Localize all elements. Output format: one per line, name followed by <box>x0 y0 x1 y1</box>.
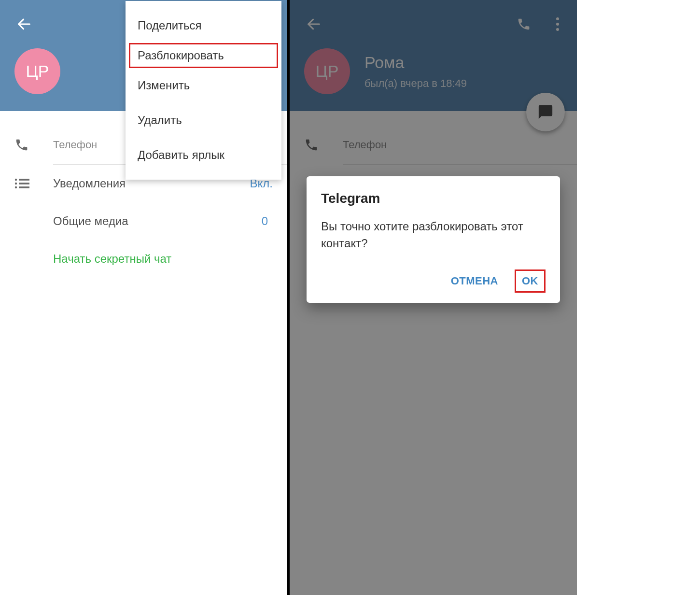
svg-rect-6 <box>19 186 29 188</box>
svg-rect-4 <box>19 183 29 184</box>
start-secret-chat[interactable]: Начать секретный чат <box>0 240 287 278</box>
shared-media-row[interactable]: Общие медиа 0 <box>0 202 287 240</box>
shared-media-value: 0 <box>262 214 268 228</box>
list-icon <box>14 178 39 189</box>
dialog-title: Telegram <box>321 191 546 206</box>
menu-item-add-shortcut[interactable]: Добавить ярлык <box>126 138 281 172</box>
svg-point-5 <box>15 186 17 188</box>
confirm-dialog: Telegram Вы точно хотите разблокировать … <box>307 176 560 303</box>
highlight-unblock: Разблокировать <box>129 43 278 68</box>
secret-chat-label: Начать секретный чат <box>53 252 171 265</box>
avatar-initials: ЦР <box>26 62 49 81</box>
overflow-menu: Поделиться Разблокировать Изменить Удали… <box>126 1 281 180</box>
blank-area <box>577 0 700 595</box>
avatar[interactable]: ЦР <box>14 48 60 94</box>
svg-rect-2 <box>19 179 29 181</box>
menu-item-delete[interactable]: Удалить <box>126 103 281 138</box>
shared-media-label: Общие медиа <box>53 214 262 228</box>
cancel-button[interactable]: ОТМЕНА <box>446 269 503 293</box>
highlight-ok: OK <box>515 269 546 293</box>
svg-point-3 <box>15 183 17 184</box>
arrow-left-icon <box>16 16 32 32</box>
menu-item-unblock[interactable]: Разблокировать <box>138 49 269 62</box>
back-button[interactable] <box>14 14 34 34</box>
svg-point-1 <box>15 179 17 181</box>
profile-screen-with-dialog: ЦР Рома был(а) вчера в 18:49 Телефон Tel… <box>290 0 577 595</box>
dialog-message: Вы точно хотите разблокировать этот конт… <box>321 218 546 252</box>
menu-item-share[interactable]: Поделиться <box>126 8 281 43</box>
ok-button[interactable]: OK <box>522 275 538 287</box>
profile-screen-with-menu: ЦР Телефон Уведомления Вкл. Общие медиа … <box>0 0 287 595</box>
dialog-actions: ОТМЕНА OK <box>321 269 546 298</box>
phone-icon <box>14 138 39 152</box>
menu-item-edit[interactable]: Изменить <box>126 68 281 103</box>
